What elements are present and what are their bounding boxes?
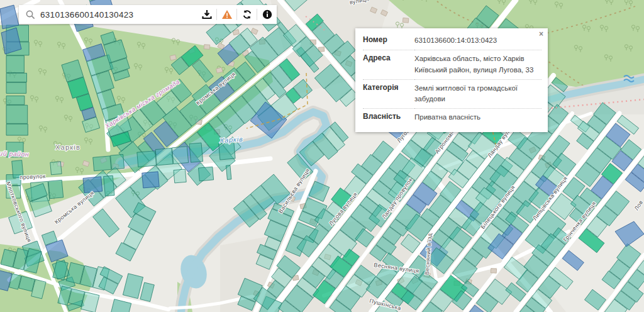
- parcel[interactable]: [219, 142, 236, 160]
- info-icon: [262, 9, 272, 20]
- table-row: Категорія Землі житлової та громадської …: [363, 79, 541, 109]
- refresh-button[interactable]: [237, 5, 257, 24]
- district-label: Київський район: [0, 148, 29, 158]
- info-button[interactable]: [257, 5, 277, 24]
- parcel[interactable]: [6, 105, 28, 123]
- parcel[interactable]: [104, 176, 114, 196]
- parcel[interactable]: [6, 96, 25, 104]
- parcel[interactable]: [142, 172, 160, 188]
- parcel[interactable]: [189, 143, 203, 162]
- parcel[interactable]: [50, 162, 62, 175]
- row-value: 6310136600:14:013:0423: [414, 32, 541, 50]
- row-label: Власність: [363, 109, 414, 127]
- city-label: Харків: [55, 143, 80, 151]
- table-row: Власність Приватна власність: [363, 109, 541, 127]
- map-viewer: Кромська вулицяКромська вулицяВасильєва …: [0, 0, 644, 312]
- table-row: Номер 6310136600:14:013:0423: [363, 32, 541, 50]
- row-value: Землі житлової та громадської забудови: [414, 79, 541, 109]
- parcel[interactable]: [199, 167, 214, 181]
- row-label: Категорія: [363, 79, 414, 109]
- row-label: Адреса: [363, 50, 414, 80]
- parcel[interactable]: [6, 73, 27, 82]
- download-icon: [202, 9, 212, 20]
- parcel[interactable]: [6, 56, 24, 73]
- parcel[interactable]: [155, 148, 173, 165]
- row-value: Приватна власність: [414, 109, 541, 127]
- parcel[interactable]: [172, 147, 189, 164]
- parcel[interactable]: [83, 177, 103, 193]
- search-input[interactable]: [35, 5, 197, 24]
- parcel[interactable]: [6, 124, 28, 135]
- parcel[interactable]: [174, 169, 186, 183]
- row-label: Номер: [363, 32, 414, 50]
- parcel[interactable]: [137, 151, 157, 167]
- refresh-icon: [242, 9, 252, 20]
- search-icon: [26, 10, 35, 20]
- table-row: Адреса Харківська область, місто Харків …: [363, 50, 541, 80]
- download-button[interactable]: [197, 5, 216, 24]
- row-value: Харківська область, місто Харків Київськ…: [414, 50, 541, 80]
- close-icon[interactable]: ×: [539, 30, 543, 38]
- warning-icon: [221, 9, 233, 20]
- parcel[interactable]: [111, 154, 125, 169]
- parcel-info-table: Номер 6310136600:14:013:0423 Адреса Харк…: [363, 32, 541, 127]
- parcel-info-popup: × Номер 6310136600:14:013:0423 Адреса Ха…: [355, 28, 548, 132]
- parcel[interactable]: [48, 180, 64, 198]
- warning-button[interactable]: [217, 5, 236, 24]
- parcel[interactable]: [93, 156, 111, 171]
- search-bar: [19, 5, 277, 24]
- parcel[interactable]: [6, 82, 26, 93]
